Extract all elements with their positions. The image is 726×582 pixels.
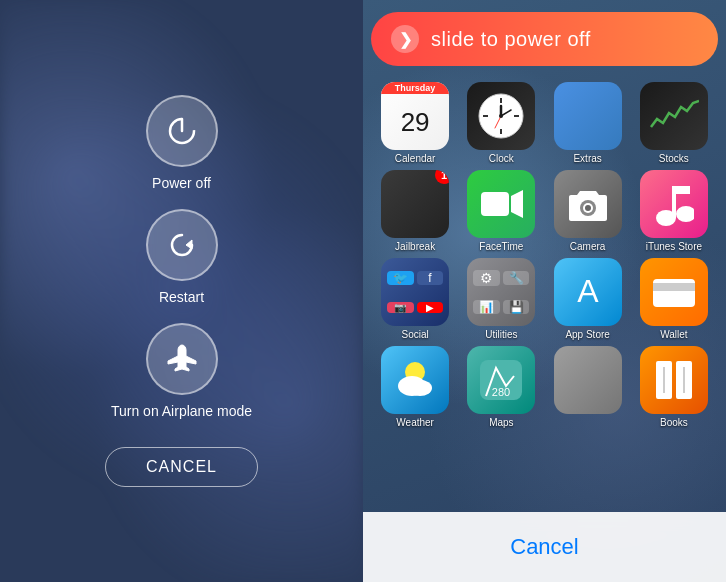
app-facetime[interactable]: FaceTime: [461, 170, 541, 252]
restart-label: Restart: [159, 289, 204, 305]
app-appstore[interactable]: A App Store: [548, 258, 628, 340]
wallet-label: Wallet: [660, 329, 687, 340]
svg-point-27: [408, 380, 432, 396]
app-books[interactable]: Books: [634, 346, 714, 428]
svg-text:A: A: [577, 273, 599, 309]
airplane-button[interactable]: Turn on Airplane mode: [111, 323, 252, 419]
app-camera[interactable]: Camera: [548, 170, 628, 252]
left-panel: Power off Restart Turn on Airplane mode …: [0, 0, 363, 582]
clock-label: Clock: [489, 153, 514, 164]
books-label: Books: [660, 417, 688, 428]
app-stocks[interactable]: Stocks: [634, 82, 714, 164]
svg-point-18: [676, 206, 694, 222]
app-grid: Thursday 29 Calendar: [371, 78, 718, 432]
airplane-label: Turn on Airplane mode: [111, 403, 252, 419]
wallet-icon: [640, 258, 708, 326]
social-icon: 🐦 f 📷 ▶: [381, 258, 449, 326]
stocks-icon: [640, 82, 708, 150]
utilities-label: Utilities: [485, 329, 517, 340]
slide-chevron-icon: ❯: [391, 25, 419, 53]
airplane-icon: [164, 341, 200, 377]
jailbreak-icon: 1: [381, 170, 449, 238]
stocks-label: Stocks: [659, 153, 689, 164]
svg-rect-20: [672, 186, 690, 194]
camera-icon: [554, 170, 622, 238]
restart-icon: [164, 227, 200, 263]
app-extras[interactable]: Extras: [548, 82, 628, 164]
clock-icon: [467, 82, 535, 150]
right-panel: ❯ slide to power off Thursday 29 Calenda…: [363, 0, 726, 582]
cancel-button[interactable]: CANCEL: [105, 447, 258, 487]
svg-rect-24: [679, 293, 693, 303]
app-weather[interactable]: Weather: [375, 346, 455, 428]
extras-label: Extras: [573, 153, 601, 164]
power-icon: [164, 113, 200, 149]
app-jailbreak[interactable]: 1 Jailbreak: [375, 170, 455, 252]
extras-icon: [554, 82, 622, 150]
books-icon: [640, 346, 708, 414]
app-maps[interactable]: 280 Maps: [461, 346, 541, 428]
appstore-icon: A: [554, 258, 622, 326]
utilities-icon: ⚙ 🔧 📊 💾: [467, 258, 535, 326]
facetime-label: FaceTime: [479, 241, 523, 252]
power-off-button[interactable]: Power off: [146, 95, 218, 191]
slide-banner-text: slide to power off: [431, 28, 591, 51]
app-calendar[interactable]: Thursday 29 Calendar: [375, 82, 455, 164]
itunes-label: iTunes Store: [646, 241, 702, 252]
left-options: Power off Restart Turn on Airplane mode …: [0, 95, 363, 487]
weather-icon: [381, 346, 449, 414]
app-utilities[interactable]: ⚙ 🔧 📊 💾 Utilities: [461, 258, 541, 340]
restart-icon-circle: [146, 209, 218, 281]
slide-to-power-off-banner[interactable]: ❯ slide to power off: [371, 12, 718, 66]
svg-marker-2: [186, 240, 192, 249]
airplane-icon-circle: [146, 323, 218, 395]
svg-text:280: 280: [492, 386, 510, 398]
maps-icon: 280: [467, 346, 535, 414]
weather-label: Weather: [396, 417, 434, 428]
jailbreak-label: Jailbreak: [395, 241, 435, 252]
right-cancel-label: Cancel: [510, 534, 578, 560]
app-unknown[interactable]: [548, 346, 628, 428]
jailbreak-badge: 1: [435, 170, 449, 184]
restart-button[interactable]: Restart: [146, 209, 218, 305]
app-itunes[interactable]: iTunes Store: [634, 170, 714, 252]
calendar-icon: Thursday 29: [381, 82, 449, 150]
right-cancel-bar[interactable]: Cancel: [363, 512, 726, 582]
appstore-label: App Store: [565, 329, 609, 340]
power-off-label: Power off: [152, 175, 211, 191]
unknown-icon: [554, 346, 622, 414]
calendar-label: Calendar: [395, 153, 436, 164]
app-clock[interactable]: Clock: [461, 82, 541, 164]
svg-rect-23: [653, 283, 695, 291]
svg-point-11: [499, 114, 503, 118]
app-social[interactable]: 🐦 f 📷 ▶ Social: [375, 258, 455, 340]
itunes-icon: [640, 170, 708, 238]
svg-point-16: [585, 205, 591, 211]
app-wallet[interactable]: Wallet: [634, 258, 714, 340]
camera-label: Camera: [570, 241, 606, 252]
facetime-icon: [467, 170, 535, 238]
svg-marker-13: [511, 190, 523, 218]
power-off-icon-circle: [146, 95, 218, 167]
maps-label: Maps: [489, 417, 513, 428]
svg-rect-12: [481, 192, 509, 216]
social-label: Social: [402, 329, 429, 340]
